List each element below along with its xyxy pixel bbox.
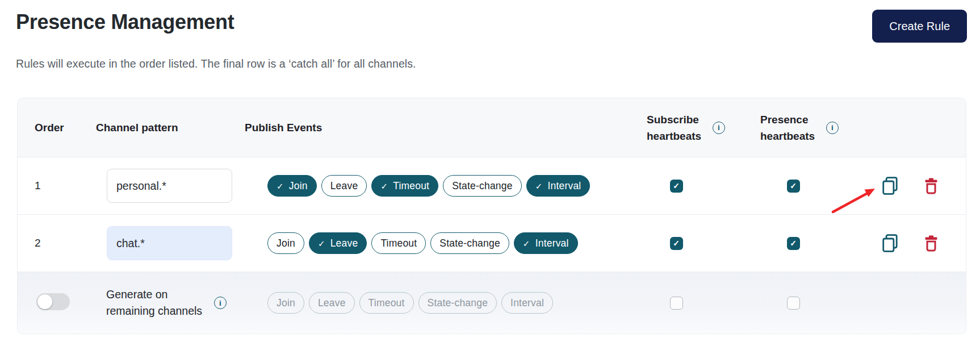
check-icon: ✓ (535, 182, 543, 190)
rule-order-number: 2 (18, 237, 91, 249)
create-rule-button[interactable]: Create Rule (872, 10, 967, 43)
subscribe-heartbeats-info-icon[interactable]: i (713, 122, 725, 134)
event-pill-interval: Interval (501, 292, 553, 314)
presence-heartbeats-checkbox[interactable]: ✓ (787, 180, 800, 193)
event-pill-timeout: Timeout (359, 292, 414, 314)
delete-rule-button[interactable] (924, 178, 938, 194)
check-icon: ✓ (277, 182, 284, 190)
event-pill-leave[interactable]: Leave (321, 175, 367, 197)
subscribe-heartbeats-checkbox[interactable]: ✓ (670, 180, 683, 193)
event-pill-interval[interactable]: ✓Interval (526, 175, 590, 197)
event-pill-join[interactable]: Join (267, 232, 304, 254)
table-row: 2 Join ✓Leave Timeout State-change ✓Inte… (18, 215, 966, 272)
presence-heartbeats-checkbox (787, 297, 800, 310)
subscribe-heartbeats-checkbox[interactable]: ✓ (670, 237, 683, 250)
column-header-order: Order (18, 122, 91, 134)
event-pill-state-change: State-change (418, 292, 497, 314)
rule-order-number: 1 (18, 180, 91, 192)
channel-pattern-input[interactable] (107, 169, 232, 203)
column-header-publish-events: Publish Events (245, 122, 619, 134)
table-header-row: Order Channel pattern Publish Events Sub… (18, 98, 966, 157)
duplicate-rule-button[interactable] (882, 234, 898, 252)
presence-rules-table: Order Channel pattern Publish Events Sub… (17, 98, 966, 334)
event-pill-timeout[interactable]: Timeout (371, 232, 426, 254)
copy-icon (882, 177, 898, 195)
column-header-channel-pattern: Channel pattern (91, 122, 245, 134)
event-pill-leave: Leave (309, 292, 355, 314)
generate-remaining-toggle[interactable] (36, 293, 70, 310)
check-icon: ✓ (318, 239, 325, 248)
trash-icon (924, 178, 938, 194)
duplicate-rule-button[interactable] (882, 177, 898, 195)
copy-icon (882, 234, 898, 252)
presence-heartbeats-info-icon[interactable]: i (826, 122, 839, 134)
event-pill-interval[interactable]: ✓Interval (514, 232, 578, 254)
subscribe-heartbeats-checkbox (670, 297, 683, 310)
presence-heartbeats-checkbox[interactable]: ✓ (787, 237, 800, 250)
column-header-presence-heartbeats: Presence heartbeats (760, 111, 819, 144)
check-icon: ✓ (523, 239, 530, 248)
page-subtitle: Rules will execute in the order listed. … (16, 57, 416, 70)
catch-all-label: Generate on remaining channels (106, 286, 207, 319)
event-pill-join[interactable]: ✓Join (267, 175, 317, 197)
trash-icon (924, 235, 938, 252)
catch-all-row: Generate on remaining channels i Join Le… (18, 272, 966, 334)
event-pill-join: Join (267, 292, 304, 314)
table-row: 1 ✓Join Leave ✓Timeout State-change ✓Int… (18, 157, 966, 215)
event-pill-leave[interactable]: ✓Leave (309, 232, 367, 254)
page-title: Presence Management (16, 10, 234, 34)
toggle-knob (37, 294, 52, 309)
event-pill-state-change[interactable]: State-change (443, 175, 522, 197)
channel-pattern-input[interactable] (107, 226, 232, 260)
delete-rule-button[interactable] (924, 235, 938, 252)
event-pill-state-change[interactable]: State-change (430, 232, 509, 254)
column-header-subscribe-heartbeats: Subscribe heartbeats (647, 111, 706, 144)
event-pill-timeout[interactable]: ✓Timeout (371, 175, 438, 197)
check-icon: ✓ (380, 182, 388, 190)
catch-all-info-icon[interactable]: i (214, 297, 227, 309)
